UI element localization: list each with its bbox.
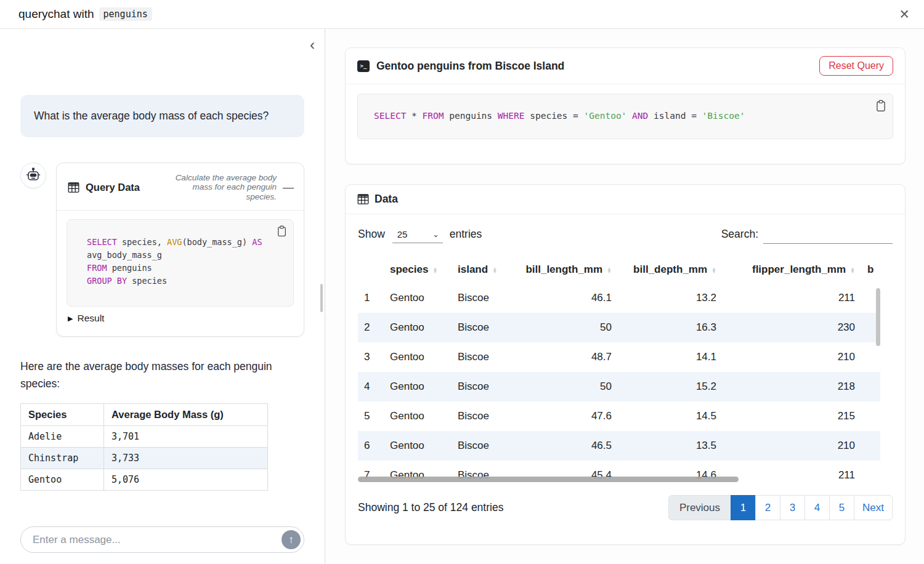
answer-table-cell: Adelie — [21, 426, 104, 448]
search-input[interactable] — [763, 228, 893, 244]
data-table-cell: 3 — [358, 342, 384, 372]
data-table-header-row: species▲▼island▲▼bill_length_mm▲▼bill_de… — [358, 260, 880, 283]
copy-icon[interactable] — [875, 100, 886, 112]
chat-message-input[interactable] — [20, 526, 304, 553]
close-icon[interactable]: × — [894, 4, 914, 25]
data-table-cell: 210 — [723, 431, 861, 461]
tool-card-caption: Calculate the average body mass for each… — [163, 173, 277, 202]
data-table-zone: species▲▼island▲▼bill_length_mm▲▼bill_de… — [358, 260, 880, 485]
data-table-cell: 5 — [358, 401, 384, 431]
data-table-row: 2GentooBiscoe5016.3230 — [358, 313, 880, 342]
data-table-cell — [861, 372, 880, 401]
robot-icon — [25, 167, 41, 183]
sort-icon: ▲▼ — [850, 267, 855, 273]
data-table-cell: 211 — [723, 283, 861, 313]
table-icon — [68, 182, 79, 193]
data-table-cell: 46.5 — [510, 431, 618, 461]
chat-panel: ‹ What is the average body mass of each … — [0, 29, 325, 563]
data-table-cell: Gentoo — [384, 401, 452, 431]
data-table-cell: 14.5 — [618, 401, 723, 431]
collapse-tool-card-icon[interactable]: — — [283, 181, 294, 194]
data-table-cell: 6 — [358, 431, 384, 461]
data-table-cell: 211 — [723, 461, 861, 485]
assistant-answer-text: Here are the average body masses for eac… — [20, 358, 304, 392]
answer-table-row: Adelie3,701 — [21, 426, 268, 448]
chat-scrollbar[interactable] — [320, 284, 323, 312]
bot-avatar — [20, 163, 46, 188]
data-table-cell: 1 — [358, 283, 384, 313]
table-info-text: Showing 1 to 25 of 124 entries — [358, 501, 503, 514]
table-vertical-scrollbar[interactable] — [876, 288, 880, 346]
pagination-page-4[interactable]: 4 — [804, 495, 830, 520]
pagination-page-1[interactable]: 1 — [731, 495, 756, 520]
data-table-cell: 14.1 — [618, 342, 723, 372]
data-table-cell: 215 — [723, 401, 861, 431]
data-table-cell: 13.5 — [618, 431, 723, 461]
data-table-cell: Gentoo — [384, 431, 452, 461]
app-header: querychat with penguins × — [0, 0, 924, 29]
data-table-cell: 50 — [510, 313, 618, 342]
data-table-column-header-species[interactable]: species▲▼ — [384, 260, 452, 283]
data-table-cell: 4 — [358, 372, 384, 401]
entries-label: entries — [450, 228, 482, 241]
copy-icon[interactable] — [277, 225, 287, 237]
data-table-cell: 48.7 — [510, 342, 618, 372]
data-table: species▲▼island▲▼bill_length_mm▲▼bill_de… — [358, 260, 880, 485]
data-table-cell: Biscoe — [452, 313, 510, 342]
query-card: >_ Gentoo penguins from Biscoe Island Re… — [345, 47, 906, 164]
sort-icon: ▲▼ — [607, 267, 612, 273]
dataset-name-chip: penguins — [99, 7, 152, 21]
data-table-cell: 50 — [510, 372, 618, 401]
pagination-next-button[interactable]: Next — [854, 495, 893, 520]
result-disclosure[interactable]: ▶ Result — [67, 307, 294, 334]
answer-table-row: Chinstrap3,733 — [21, 448, 268, 469]
data-table-column-header-flipper_length_mm[interactable]: flipper_length_mm▲▼ — [723, 260, 861, 283]
sql-code: SELECT species, AVG(body_mass_g) ASavg_b… — [87, 236, 283, 288]
collapse-sidebar-icon[interactable]: ‹ — [310, 38, 315, 52]
data-table-cell — [861, 401, 880, 431]
answer-table-cell: 5,076 — [104, 469, 268, 491]
current-query-sql: SELECT * FROM penguins WHERE species = '… — [374, 109, 881, 123]
data-table-cell: 230 — [723, 313, 861, 342]
pagination-page-3[interactable]: 3 — [780, 495, 805, 520]
search-label: Search: — [721, 228, 758, 241]
data-table-cell: Biscoe — [452, 342, 510, 372]
terminal-icon: >_ — [357, 60, 370, 72]
send-arrow-icon: ↑ — [288, 534, 294, 546]
pagination-page-2[interactable]: 2 — [755, 495, 780, 520]
data-table-cell: Biscoe — [452, 372, 510, 401]
data-table-cell: 210 — [723, 342, 861, 372]
data-table-cell: 15.2 — [618, 372, 723, 401]
answer-table-cell: Chinstrap — [21, 448, 104, 469]
pagination-previous-button[interactable]: Previous — [668, 495, 731, 520]
page-size-select[interactable]: 25 ⌄ — [392, 228, 443, 243]
data-table-column-header-island[interactable]: island▲▼ — [452, 260, 510, 283]
sort-icon: ▲▼ — [432, 267, 437, 273]
user-message: What is the average body mass of each sp… — [20, 95, 304, 137]
data-table-cell: Gentoo — [384, 342, 452, 372]
data-table-column-header-bill_length_mm[interactable]: bill_length_mm▲▼ — [510, 260, 618, 283]
tool-card-title: Query Data — [86, 182, 140, 193]
send-message-button[interactable]: ↑ — [282, 530, 301, 549]
data-table-cell: 46.1 — [510, 283, 618, 313]
main-panel: >_ Gentoo penguins from Biscoe Island Re… — [325, 29, 924, 563]
data-table-column-header-bill_depth_mm[interactable]: bill_depth_mm▲▼ — [618, 260, 723, 283]
data-table-column-header-rownum — [358, 260, 384, 283]
table-horizontal-scrollbar[interactable] — [358, 477, 739, 482]
disclosure-triangle-icon: ▶ — [68, 315, 73, 323]
data-table-cell: 47.6 — [510, 401, 618, 431]
answer-table-cell: 3,701 — [104, 426, 268, 448]
sql-code-block: SELECT species, AVG(body_mass_g) ASavg_b… — [67, 219, 294, 307]
data-table-column-header-b: b — [861, 260, 880, 283]
data-card-title: Data — [375, 193, 398, 206]
data-table-row: 1GentooBiscoe46.113.2211 — [358, 283, 880, 313]
data-table-cell — [861, 342, 880, 372]
data-table-row: 3GentooBiscoe48.714.1210 — [358, 342, 880, 372]
answer-table-cell: Gentoo — [21, 469, 104, 491]
data-table-cell: Biscoe — [452, 431, 510, 461]
answer-table-column-header: Species — [21, 404, 104, 426]
pagination-page-5[interactable]: 5 — [829, 495, 854, 520]
reset-query-button[interactable]: Reset Query — [819, 56, 893, 76]
data-table-cell: Biscoe — [452, 283, 510, 313]
data-table-cell: 13.2 — [618, 283, 723, 313]
